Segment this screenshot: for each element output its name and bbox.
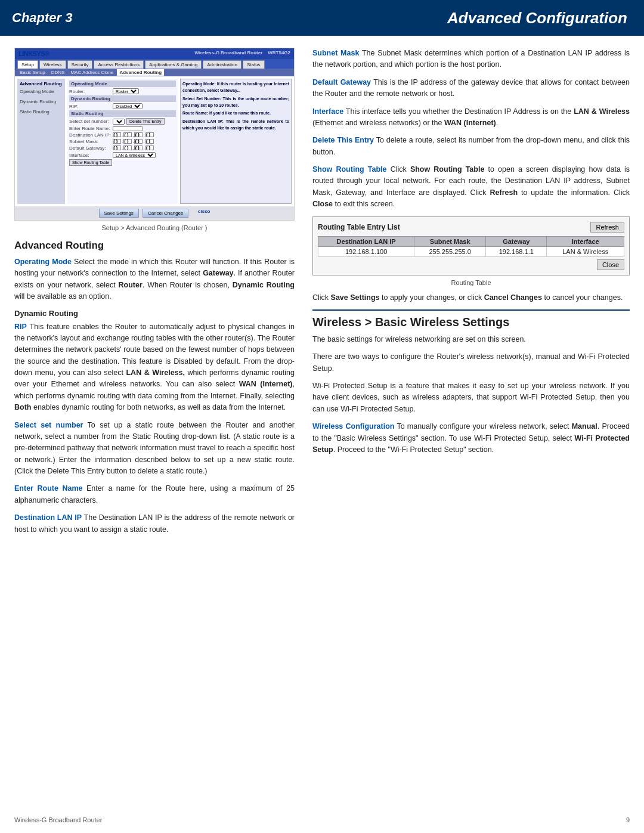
- refresh-button[interactable]: Refresh: [590, 222, 624, 233]
- term-show-routing: Show Routing Table: [312, 165, 387, 174]
- term-enter-route-name: Enter Route Name: [14, 484, 82, 493]
- table-row: 192.168.1.100 255.255.255.0 192.168.1.1 …: [318, 246, 624, 256]
- term-wireless-config: Wireless Configuration: [312, 422, 394, 431]
- sim-save-settings[interactable]: Save Settings: [99, 209, 139, 218]
- para-dest-lan-ip: Destination LAN IP The Destination LAN I…: [14, 512, 295, 535]
- sim-label-destip: Destination LAN IP:: [69, 132, 111, 138]
- term-operating-mode: Operating Mode: [14, 258, 72, 266]
- term-default-gw: Default Gateway: [312, 78, 371, 86]
- sim-select-num[interactable]: 10: [113, 119, 125, 125]
- col-subnet: Subnet Mask: [414, 236, 486, 246]
- para-wireless-2: There are two ways to configure the Rout…: [312, 351, 630, 374]
- para-operating-mode: Operating Mode Select the mode in which …: [14, 256, 295, 303]
- sim-row-4: Enter Route Name:: [69, 126, 176, 131]
- text-routing-footer: Click Save Settings to apply your change…: [312, 293, 623, 302]
- text-subnet-mask: The Subnet Mask determines which portion…: [312, 49, 630, 69]
- routing-table-caption: Routing Table: [312, 279, 630, 286]
- sim-ip-3[interactable]: [134, 132, 143, 137]
- sim-label-gw: Default Gateway:: [69, 145, 111, 151]
- tab-access[interactable]: Access Restrictions: [94, 60, 144, 69]
- subnav-mac[interactable]: MAC Address Clone: [68, 69, 116, 76]
- sim-sm-2[interactable]: [123, 139, 132, 144]
- sim-cancel-changes[interactable]: Cancel Changes: [143, 209, 188, 218]
- router-desc-area: Operating Mode: If this router is hostin…: [180, 79, 292, 204]
- subnav-ddns[interactable]: DDNS: [49, 69, 67, 76]
- close-row: Close: [318, 259, 624, 270]
- sidebar-static: Static Routing: [20, 109, 63, 115]
- tab-status[interactable]: Status: [243, 60, 265, 69]
- nav-tabs: Setup Wireless Security Access Restricti…: [15, 59, 294, 69]
- sim-route-name-input[interactable]: [113, 126, 143, 131]
- sim-gateway: . . .: [113, 145, 154, 151]
- sim-section: Operating Mode: [69, 80, 176, 87]
- advanced-routing-heading: Advanced Routing: [14, 240, 295, 252]
- right-column: Subnet Mask The Subnet Mask determines w…: [306, 48, 630, 541]
- sim-subnet-mask: . . .: [113, 139, 154, 144]
- sim-select-mode[interactable]: Router: [113, 88, 139, 94]
- sim-sm-3[interactable]: [134, 139, 143, 144]
- wireless-heading: Wireless > Basic Wireless Settings: [312, 309, 630, 329]
- sim-ip-2[interactable]: [123, 132, 132, 137]
- col-interface: Interface: [547, 236, 624, 246]
- sim-ip-4[interactable]: [145, 132, 154, 137]
- sim-select-rip[interactable]: Disabled: [113, 103, 143, 109]
- subnav-basic[interactable]: Basic Setup: [17, 69, 48, 76]
- tab-security[interactable]: Security: [67, 60, 93, 69]
- para-show-routing: Show Routing Table Click Show Routing Ta…: [312, 164, 630, 210]
- dynamic-routing-heading: Dynamic Routing: [14, 309, 295, 318]
- cell-gateway: 192.168.1.1: [486, 246, 547, 256]
- subnav-routing[interactable]: Advanced Routing: [117, 69, 164, 76]
- sim-section-3: Static Routing: [69, 110, 176, 117]
- cell-subnet: 255.255.255.0: [414, 246, 486, 256]
- sim-gw-4[interactable]: [145, 145, 154, 150]
- sim-ip-1[interactable]: [113, 132, 121, 137]
- sidebar-operating: Operating Mode: [20, 88, 63, 95]
- tab-apps[interactable]: Applications & Gaming: [145, 60, 202, 69]
- close-button[interactable]: Close: [597, 259, 624, 270]
- sim-delete-btn[interactable]: Delete This Entry: [126, 118, 165, 125]
- para-routing-footer: Click Save Settings to apply your change…: [312, 292, 630, 304]
- screenshot-caption: Setup > Advanced Routing (Router ): [14, 224, 295, 231]
- cell-dest-ip: 192.168.1.100: [318, 246, 414, 256]
- sim-show-routing-btn[interactable]: Show Routing Table: [69, 159, 112, 166]
- router-main: Operating Mode Router: Router Dynamic Ro…: [67, 79, 178, 204]
- sim-section-2: Dynamic Routing: [69, 95, 176, 102]
- sim-row-9: Show Routing Table: [69, 159, 176, 166]
- tab-setup[interactable]: Setup: [17, 60, 38, 69]
- sim-row-8: Interface: LAN & Wireless: [69, 152, 176, 158]
- routing-table-grid: Destination LAN IP Subnet Mask Gateway I…: [318, 236, 624, 257]
- routing-table-title: Routing Table Entry List: [318, 223, 400, 231]
- page-title: Advanced Configuration: [447, 9, 627, 27]
- router-body: Advanced Routing Operating Mode Dynamic …: [15, 76, 294, 206]
- sim-gw-2[interactable]: [123, 145, 132, 150]
- cisco-logo: cisco: [198, 209, 210, 218]
- main-content: LINKSYS® Wireless-G Broadband Router WRT…: [0, 36, 644, 553]
- sim-sm-4[interactable]: [145, 139, 154, 144]
- sim-row-6: Subnet Mask: . . .: [69, 139, 176, 144]
- para-subnet-mask: Subnet Mask The Subnet Mask determines w…: [312, 48, 630, 71]
- col-gateway: Gateway: [486, 236, 547, 246]
- term-dest-lan-ip: Destination LAN IP: [14, 513, 82, 522]
- sim-label-routename: Enter Route Name:: [69, 126, 111, 131]
- sim-label-iface: Interface:: [69, 153, 111, 158]
- sim-gw-3[interactable]: [134, 145, 143, 150]
- router-sidebar: Advanced Routing Operating Mode Dynamic …: [17, 79, 65, 204]
- para-wireless-1: The basic settings for wireless networki…: [312, 334, 630, 345]
- para-select-set-number: Select set number To set up a static rou…: [14, 420, 295, 478]
- term-interface: Interface: [312, 107, 343, 116]
- sim-select-iface[interactable]: LAN & Wireless: [113, 152, 156, 158]
- term-delete-entry: Delete This Entry: [312, 136, 374, 144]
- text-wireless-3: Wi-Fi Protected Setup is a feature that …: [312, 382, 630, 413]
- tab-wireless[interactable]: Wireless: [39, 60, 66, 69]
- para-wireless-3: Wi-Fi Protected Setup is a feature that …: [312, 380, 630, 415]
- footer-left: Wireless-G Broadband Router: [14, 816, 102, 823]
- para-interface: Interface This interface tells you wheth…: [312, 106, 630, 129]
- sim-sm-1[interactable]: [113, 139, 121, 144]
- header-bar: Chapter 3 Advanced Configuration: [0, 0, 644, 36]
- sim-gw-1[interactable]: [113, 145, 121, 150]
- tab-admin[interactable]: Administration: [203, 60, 242, 69]
- sim-label-select: Select set number:: [69, 119, 111, 124]
- text-wireless-1: The basic settings for wireless networki…: [312, 335, 526, 343]
- sim-label-subnet: Subnet Mask:: [69, 139, 111, 144]
- linksys-logo: LINKSYS®: [18, 50, 49, 57]
